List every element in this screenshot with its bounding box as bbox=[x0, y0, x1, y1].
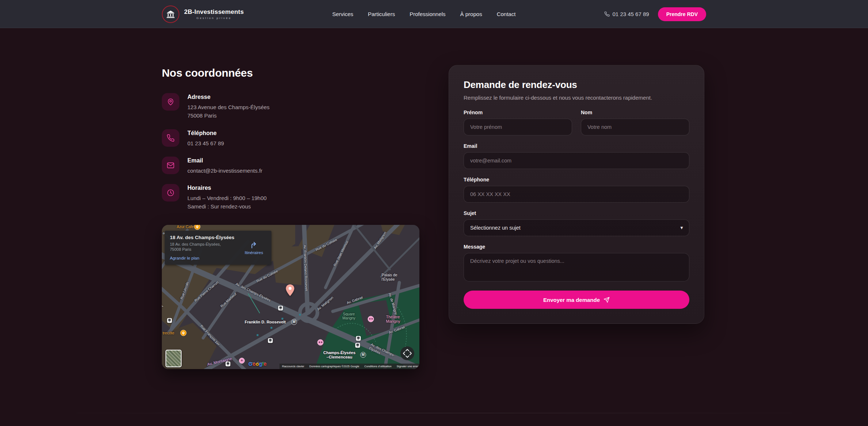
contact-title: Horaires bbox=[187, 185, 267, 191]
header-phone-number: 01 23 45 67 89 bbox=[613, 11, 649, 17]
contact-item-hours: Horaires Lundi – Vendredi : 9h00 – 19h00… bbox=[162, 184, 419, 211]
contact-item-phone: Téléphone 01 23 45 67 89 bbox=[162, 129, 419, 147]
map-satellite-toggle[interactable] bbox=[165, 350, 182, 367]
header-phone-link[interactable]: 01 23 45 67 89 bbox=[604, 11, 649, 17]
contact-line: 123 Avenue des Champs-Élysées bbox=[187, 103, 270, 111]
appointment-form: Prénom Nom Email Téléphone bbox=[464, 110, 689, 309]
last-name-label: Nom bbox=[581, 110, 689, 115]
nav-item-a-propos[interactable]: À propos bbox=[460, 11, 482, 17]
message-field[interactable] bbox=[464, 253, 689, 281]
google-map-embed[interactable]: e WasAzur CafeRue LincolnRue Pierre Char… bbox=[162, 225, 419, 369]
mail-icon bbox=[162, 157, 179, 174]
form-title: Demande de rendez-vous bbox=[464, 79, 689, 91]
main-nav: Services Particuliers Professionnels À p… bbox=[332, 11, 515, 17]
prendre-rdv-button[interactable]: Prendre RDV bbox=[658, 7, 706, 21]
brand-tagline: Gestion privée bbox=[184, 16, 244, 20]
contact-item-email: Email contact@2b-investissements.fr bbox=[162, 157, 419, 175]
nav-item-professionnels[interactable]: Professionnels bbox=[410, 11, 445, 17]
last-name-field[interactable] bbox=[581, 119, 689, 135]
nav-item-services[interactable]: Services bbox=[332, 11, 353, 17]
map-location-pin bbox=[285, 284, 295, 298]
map-masks-marker bbox=[317, 339, 324, 345]
phone-label: Téléphone bbox=[464, 177, 689, 183]
page-title: Nos coordonnées bbox=[162, 67, 419, 79]
contact-line: contact@2b-investissements.fr bbox=[187, 166, 262, 175]
brand-logo bbox=[162, 5, 179, 23]
map-metro-marker: M bbox=[360, 352, 366, 358]
map-dot-marker bbox=[271, 327, 273, 329]
contact-title: Adresse bbox=[187, 94, 270, 100]
map-metro-marker: M bbox=[291, 319, 297, 325]
clock-icon bbox=[162, 184, 179, 202]
email-label: Email bbox=[464, 143, 689, 149]
map-attribution-item: Données cartographiques ©2025 Google bbox=[307, 364, 362, 369]
phone-icon bbox=[604, 11, 610, 17]
phone-field[interactable] bbox=[464, 186, 689, 203]
map-bus-marker bbox=[268, 338, 273, 343]
map-dot-marker bbox=[282, 318, 283, 319]
pin-icon bbox=[162, 93, 179, 111]
bank-icon bbox=[166, 9, 175, 19]
map-food-marker: ψ bbox=[180, 330, 187, 336]
submit-button[interactable]: Envoyer ma demande bbox=[464, 291, 689, 309]
map-info-title: 18 Av. des Champs-Élysées bbox=[170, 235, 241, 240]
brand[interactable]: 2B-Investissements Gestion privée bbox=[162, 5, 244, 23]
email-field[interactable] bbox=[464, 152, 689, 169]
nav-item-contact[interactable]: Contact bbox=[497, 11, 516, 17]
phone-icon bbox=[162, 129, 179, 147]
main-content: Nos coordonnées Adresse 123 Avenue des C… bbox=[0, 28, 868, 369]
header: 2B-Investissements Gestion privée Servic… bbox=[0, 0, 868, 28]
map-bus-marker bbox=[226, 361, 231, 366]
contact-line: 01 23 45 67 89 bbox=[187, 139, 224, 147]
map-dot-marker bbox=[299, 314, 301, 315]
subject-label: Sujet bbox=[464, 210, 689, 216]
submit-label: Envoyer ma demande bbox=[543, 297, 600, 303]
message-label: Message bbox=[464, 244, 689, 250]
map-bus-marker bbox=[278, 306, 283, 310]
form-subtitle: Remplissez le formulaire ci-dessous et n… bbox=[464, 95, 689, 101]
contact-line: 75008 Paris bbox=[187, 111, 270, 120]
map-attribution-item[interactable]: Conditions d'utilisation bbox=[362, 364, 394, 369]
contact-item-address: Adresse 123 Avenue des Champs-Élysées 75… bbox=[162, 93, 419, 120]
map-attribution: Raccourcis clavierDonnées cartographique… bbox=[279, 364, 419, 369]
map-bus-marker bbox=[356, 336, 361, 341]
map-food-marker: ψ bbox=[194, 225, 201, 230]
map-masks-marker bbox=[368, 316, 374, 322]
map-bus-marker bbox=[355, 343, 360, 348]
map-enlarge-link[interactable]: Agrandir le plan bbox=[170, 256, 199, 260]
contact-line: Lundi – Vendredi : 9h00 – 19h00 bbox=[187, 194, 267, 202]
first-name-field[interactable] bbox=[464, 119, 572, 135]
map-attribution-item[interactable]: Raccourcis clavier bbox=[279, 364, 307, 369]
contact-title: Email bbox=[187, 157, 262, 164]
map-info-address: 18 Av. des Champs-Élysées, 75008 Paris bbox=[170, 242, 228, 253]
map-pan-control[interactable] bbox=[400, 346, 414, 360]
map-attribution-item[interactable]: Signaler une erreur cartographique bbox=[394, 364, 419, 369]
map-directions-link[interactable]: Itinéraires bbox=[245, 250, 263, 255]
google-logo: Google bbox=[248, 361, 267, 367]
directions-icon bbox=[250, 241, 258, 249]
map-info-card: 18 Av. des Champs-Élysées 18 Av. des Cha… bbox=[165, 231, 271, 265]
nav-item-particuliers[interactable]: Particuliers bbox=[368, 11, 395, 17]
appointment-form-card: Demande de rendez-vous Remplissez le for… bbox=[449, 65, 704, 324]
brand-name: 2B-Investissements bbox=[184, 8, 244, 16]
map-bus-marker bbox=[167, 318, 172, 323]
contact-line: Samedi : Sur rendez-vous bbox=[187, 202, 267, 211]
subject-select[interactable]: Sélectionnez un sujet bbox=[464, 219, 689, 236]
map-dot-marker bbox=[257, 334, 259, 336]
send-icon bbox=[604, 297, 610, 303]
first-name-label: Prénom bbox=[464, 110, 572, 115]
map-church-marker: + bbox=[239, 358, 245, 364]
footer-divider bbox=[0, 413, 868, 413]
contact-title: Téléphone bbox=[187, 130, 224, 137]
